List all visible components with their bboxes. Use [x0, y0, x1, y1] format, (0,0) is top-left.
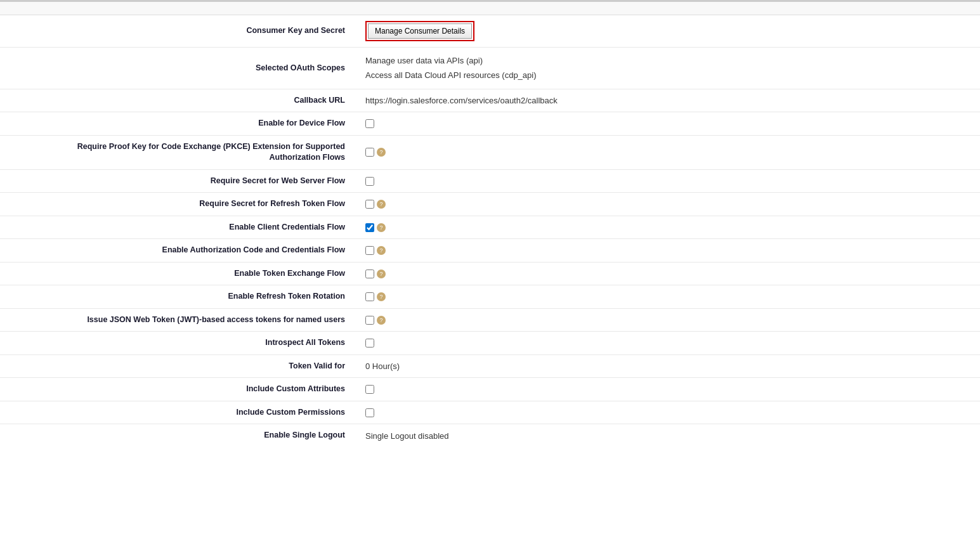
manage-consumer-details-button[interactable]: Manage Consumer Details [368, 23, 472, 39]
label-callback-url: Callback URL [0, 89, 355, 112]
label-enable-token-exchange: Enable Token Exchange Flow [0, 262, 355, 285]
value-pkce-extension[interactable]: ? [355, 135, 980, 169]
checkbox-wrapper-include-custom-attributes [365, 385, 970, 394]
value-enable-token-exchange[interactable]: ? [355, 262, 980, 285]
form-row-callback-url: Callback URLhttps://login.salesforce.com… [0, 89, 980, 112]
checkbox-enable-token-exchange[interactable] [365, 270, 374, 278]
checkbox-issue-jwt[interactable] [365, 316, 374, 325]
text-value-enable-single-logout: Single Logout disabled [365, 431, 449, 441]
form-table: Consumer Key and SecretManage Consumer D… [0, 15, 980, 447]
value-introspect-all-tokens[interactable] [355, 332, 980, 355]
label-pkce-extension: Require Proof Key for Code Exchange (PKC… [0, 135, 355, 169]
checkbox-include-custom-permissions[interactable] [365, 408, 374, 417]
form-row-introspect-all-tokens: Introspect All Tokens [0, 332, 980, 355]
form-row-enable-token-exchange: Enable Token Exchange Flow? [0, 262, 980, 285]
checkbox-enable-device-flow[interactable] [365, 119, 374, 128]
form-row-enable-auth-code-credentials: Enable Authorization Code and Credential… [0, 239, 980, 263]
value-enable-single-logout: Single Logout disabled [355, 424, 980, 447]
label-enable-auth-code-credentials: Enable Authorization Code and Credential… [0, 239, 355, 263]
checkbox-require-secret-refresh[interactable] [365, 200, 374, 209]
form-row-require-secret-refresh: Require Secret for Refresh Token Flow? [0, 193, 980, 216]
form-row-require-secret-web: Require Secret for Web Server Flow [0, 169, 980, 193]
checkbox-pkce-extension[interactable] [365, 148, 374, 157]
value-require-secret-refresh[interactable]: ? [355, 193, 980, 216]
checkbox-introspect-all-tokens[interactable] [365, 339, 374, 347]
oauth-scopes-value: Manage user data via APIs (api)Access al… [365, 53, 970, 83]
help-icon-pkce-extension[interactable]: ? [377, 148, 386, 157]
label-consumer-key-secret: Consumer Key and Secret [0, 15, 355, 48]
form-row-enable-refresh-token-rotation: Enable Refresh Token Rotation? [0, 285, 980, 309]
checkbox-wrapper-pkce-extension: ? [365, 148, 970, 157]
value-callback-url: https://login.salesforce.com/services/oa… [355, 89, 980, 112]
value-include-custom-attributes[interactable] [355, 378, 980, 401]
checkbox-wrapper-require-secret-web [365, 177, 970, 186]
value-enable-device-flow[interactable] [355, 112, 980, 136]
checkbox-enable-client-credentials[interactable] [365, 223, 374, 232]
oauth-scope-line: Manage user data via APIs (api) [365, 53, 970, 68]
value-enable-refresh-token-rotation[interactable]: ? [355, 285, 980, 309]
checkbox-wrapper-enable-token-exchange: ? [365, 270, 970, 278]
form-row-issue-jwt: Issue JSON Web Token (JWT)-based access … [0, 308, 980, 332]
checkbox-wrapper-include-custom-permissions [365, 408, 970, 417]
help-icon-enable-auth-code-credentials[interactable]: ? [377, 246, 386, 255]
label-require-secret-web: Require Secret for Web Server Flow [0, 169, 355, 193]
label-require-secret-refresh: Require Secret for Refresh Token Flow [0, 193, 355, 216]
label-enable-single-logout: Enable Single Logout [0, 424, 355, 447]
value-token-valid-for: 0 Hour(s) [355, 354, 980, 378]
form-row-enable-client-credentials: Enable Client Credentials Flow? [0, 216, 980, 239]
form-row-include-custom-permissions: Include Custom Permissions [0, 401, 980, 424]
checkbox-require-secret-web[interactable] [365, 177, 374, 186]
label-issue-jwt: Issue JSON Web Token (JWT)-based access … [0, 308, 355, 332]
checkbox-wrapper-require-secret-refresh: ? [365, 200, 970, 209]
label-enable-client-credentials: Enable Client Credentials Flow [0, 216, 355, 239]
help-icon-enable-client-credentials[interactable]: ? [377, 223, 386, 232]
help-icon-require-secret-refresh[interactable]: ? [377, 200, 386, 209]
checkbox-enable-auth-code-credentials[interactable] [365, 246, 374, 255]
label-enable-device-flow: Enable for Device Flow [0, 112, 355, 136]
checkbox-include-custom-attributes[interactable] [365, 385, 374, 394]
value-consumer-key-secret[interactable]: Manage Consumer Details [355, 15, 980, 48]
value-require-secret-web[interactable] [355, 169, 980, 193]
help-icon-issue-jwt[interactable]: ? [377, 316, 386, 325]
section-header [0, 2, 980, 15]
form-row-include-custom-attributes: Include Custom Attributes [0, 378, 980, 401]
manage-button-wrapper: Manage Consumer Details [365, 21, 474, 41]
label-token-valid-for: Token Valid for [0, 354, 355, 378]
form-row-consumer-key-secret: Consumer Key and SecretManage Consumer D… [0, 15, 980, 48]
checkbox-wrapper-enable-refresh-token-rotation: ? [365, 292, 970, 301]
value-include-custom-permissions[interactable] [355, 401, 980, 424]
checkbox-wrapper-introspect-all-tokens [365, 339, 970, 347]
help-icon-enable-refresh-token-rotation[interactable]: ? [377, 292, 386, 301]
value-enable-auth-code-credentials[interactable]: ? [355, 239, 980, 263]
value-issue-jwt[interactable]: ? [355, 308, 980, 332]
text-value-token-valid-for: 0 Hour(s) [365, 361, 400, 371]
form-row-selected-oauth-scopes: Selected OAuth ScopesManage user data vi… [0, 48, 980, 89]
label-include-custom-attributes: Include Custom Attributes [0, 378, 355, 401]
form-row-enable-single-logout: Enable Single LogoutSingle Logout disabl… [0, 424, 980, 447]
form-row-enable-device-flow: Enable for Device Flow [0, 112, 980, 136]
label-introspect-all-tokens: Introspect All Tokens [0, 332, 355, 355]
form-row-pkce-extension: Require Proof Key for Code Exchange (PKC… [0, 135, 980, 169]
value-enable-client-credentials[interactable]: ? [355, 216, 980, 239]
value-selected-oauth-scopes: Manage user data via APIs (api)Access al… [355, 48, 980, 89]
label-selected-oauth-scopes: Selected OAuth Scopes [0, 48, 355, 89]
form-row-token-valid-for: Token Valid for0 Hour(s) [0, 354, 980, 378]
checkbox-wrapper-enable-auth-code-credentials: ? [365, 246, 970, 255]
checkbox-wrapper-issue-jwt: ? [365, 316, 970, 325]
help-icon-enable-token-exchange[interactable]: ? [377, 270, 386, 278]
label-enable-refresh-token-rotation: Enable Refresh Token Rotation [0, 285, 355, 309]
checkbox-wrapper-enable-client-credentials: ? [365, 223, 970, 232]
text-value-callback-url: https://login.salesforce.com/services/oa… [365, 96, 558, 105]
checkbox-enable-refresh-token-rotation[interactable] [365, 292, 374, 301]
page-container: Consumer Key and SecretManage Consumer D… [0, 0, 980, 539]
checkbox-wrapper-enable-device-flow [365, 119, 970, 128]
oauth-scope-line: Access all Data Cloud API resources (cdp… [365, 68, 970, 82]
label-include-custom-permissions: Include Custom Permissions [0, 401, 355, 424]
